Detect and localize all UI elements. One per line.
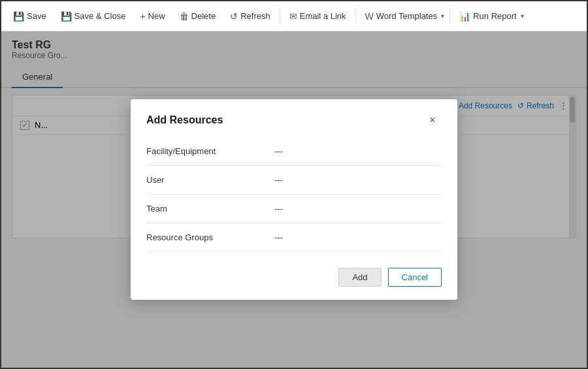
app-frame: 💾 Save 💾 Save & Close + New 🗑 Delete ↺ R…: [0, 0, 588, 369]
delete-button[interactable]: 🗑 Delete: [173, 7, 223, 25]
modal-footer: Add Cancel: [131, 252, 457, 300]
refresh-icon: ↺: [230, 11, 238, 22]
new-button[interactable]: + New: [133, 7, 171, 25]
modal-overlay: Add Resources × Facility/Equipment --- U…: [1, 31, 587, 368]
resource-value-resource-groups: ---: [274, 233, 283, 242]
toolbar: 💾 Save 💾 Save & Close + New 🗑 Delete ↺ R…: [1, 1, 587, 31]
delete-icon: 🗑: [180, 11, 189, 22]
word-templates-button[interactable]: W Word Templates ▾: [359, 7, 448, 25]
resource-label-team: Team: [146, 204, 264, 214]
new-icon: +: [140, 11, 145, 22]
modal-dialog: Add Resources × Facility/Equipment --- U…: [131, 99, 457, 300]
resource-row-team: Team ---: [146, 195, 442, 223]
cancel-button[interactable]: Cancel: [388, 268, 442, 287]
save-icon: 💾: [13, 11, 24, 22]
resource-value-user: ---: [274, 175, 283, 185]
divider-2: [355, 8, 356, 24]
modal-body: Facility/Equipment --- User --- Team ---…: [131, 137, 457, 252]
resource-value-facility: ---: [274, 146, 283, 156]
resource-label-resource-groups: Resource Groups: [146, 233, 264, 242]
word-templates-dropdown-arrow: ▾: [441, 12, 444, 20]
resource-row-user: User ---: [146, 166, 442, 195]
email-link-button[interactable]: ✉ Email a Link: [283, 7, 353, 25]
save-button[interactable]: 💾 Save: [7, 7, 53, 25]
email-icon: ✉: [289, 11, 297, 22]
divider-1: [280, 8, 280, 24]
refresh-button[interactable]: ↺ Refresh: [223, 7, 277, 25]
resource-label-facility: Facility/Equipment: [146, 146, 264, 156]
modal-close-button[interactable]: ×: [423, 111, 442, 129]
run-report-icon: 📊: [459, 11, 470, 22]
resource-row-facility: Facility/Equipment ---: [146, 137, 442, 166]
modal-header: Add Resources ×: [131, 99, 457, 137]
modal-title: Add Resources: [146, 114, 223, 126]
resource-value-team: ---: [274, 204, 283, 214]
page-content: Test RG Resource Gro... General + Add Re…: [1, 31, 587, 368]
resource-row-resource-groups: Resource Groups ---: [146, 223, 442, 252]
word-icon: W: [365, 11, 374, 22]
resource-label-user: User: [146, 175, 264, 185]
save-close-button[interactable]: 💾 Save & Close: [54, 7, 133, 25]
save-close-icon: 💾: [61, 11, 72, 22]
divider-3: [449, 8, 450, 24]
run-report-button[interactable]: 📊 Run Report ▾: [453, 7, 526, 25]
run-report-dropdown-arrow: ▾: [521, 12, 524, 20]
add-button[interactable]: Add: [338, 268, 381, 287]
